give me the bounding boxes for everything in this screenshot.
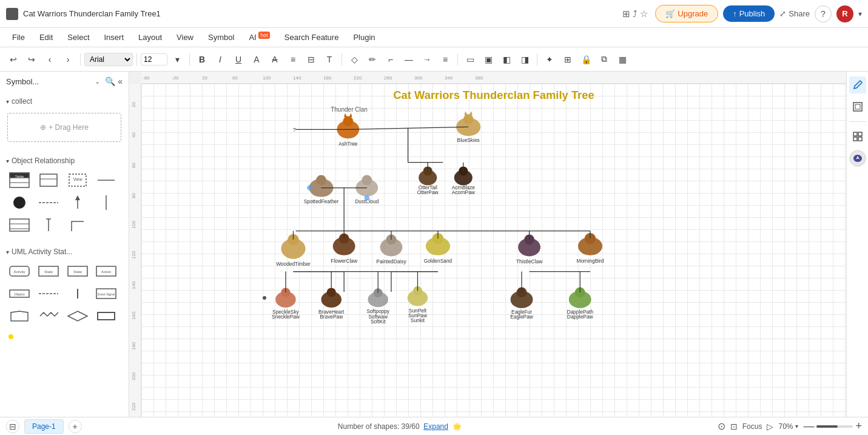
focus-button[interactable]: Focus xyxy=(742,422,762,431)
align-right-button[interactable]: ◨ xyxy=(516,51,533,68)
connector-button[interactable]: ⌐ xyxy=(382,51,399,68)
shape-long-line-v[interactable] xyxy=(94,192,118,213)
text-wrap-button[interactable]: ⊟ xyxy=(303,51,320,68)
shape-view[interactable]: View xyxy=(66,170,90,191)
star-icon[interactable]: ☆ xyxy=(640,8,648,19)
page-layout-toggle[interactable]: ⊟ xyxy=(6,420,19,433)
uml-rect-bordered[interactable] xyxy=(94,306,118,326)
panel-collapse-button[interactable]: « xyxy=(118,76,123,86)
menu-file[interactable]: File xyxy=(6,30,31,44)
menu-edit[interactable]: Edit xyxy=(33,30,59,44)
shape-dash-line[interactable] xyxy=(36,192,61,213)
right-icon-logo[interactable] xyxy=(849,150,866,167)
shape-entity[interactable] xyxy=(36,170,61,191)
entity-button[interactable]: ▭ xyxy=(462,51,479,68)
align-left-button[interactable]: ◧ xyxy=(498,51,515,68)
avatar[interactable]: R xyxy=(836,5,853,22)
back-button[interactable]: ‹ xyxy=(41,51,58,68)
table-button[interactable]: ⊞ xyxy=(559,51,576,68)
tb-dropdown-arrow[interactable]: ▾ xyxy=(169,51,186,68)
uml-activity-shape[interactable]: Activity xyxy=(7,261,32,282)
panel-header[interactable]: Symbol... ⌄ 🔍 « xyxy=(0,72,129,91)
menu-ai[interactable]: AI hot xyxy=(243,30,275,44)
account-dropdown-arrow[interactable]: ▾ xyxy=(858,10,862,18)
font-strike-button[interactable]: A xyxy=(266,51,283,68)
line-style-button[interactable]: — xyxy=(400,51,417,68)
shape-line-h[interactable] xyxy=(94,170,118,191)
uml-state2-shape[interactable]: State xyxy=(66,261,90,282)
menu-symbol[interactable]: Symbol xyxy=(202,30,240,44)
collect-header[interactable]: ▾ collect xyxy=(5,95,124,108)
layers-icon-bottom[interactable]: ⊙ xyxy=(718,420,725,432)
font-selector[interactable]: Arial xyxy=(84,53,133,66)
underline-button[interactable]: U xyxy=(230,51,247,68)
line-weight-button[interactable]: ≡ xyxy=(437,51,454,68)
menu-plugin[interactable]: Plugin xyxy=(347,30,381,44)
menu-select[interactable]: Select xyxy=(61,30,95,44)
share-button[interactable]: ⤢ Share xyxy=(779,9,810,18)
publish-button[interactable]: ↑ Publish xyxy=(723,5,775,22)
upgrade-button[interactable]: 🛒 Upgrade xyxy=(655,5,718,22)
canvas[interactable]: Cat Warriors Thunderclan Family Tree Thu… xyxy=(141,84,846,429)
brave-heart-node[interactable]: BraveHeart BravePaw xyxy=(318,288,345,320)
object-relationship-header[interactable]: ▾ Object Relationship xyxy=(5,154,124,167)
right-icon-grid[interactable] xyxy=(849,128,866,145)
zoom-dropdown-arrow[interactable]: ▾ xyxy=(795,423,798,430)
zoom-out-button[interactable]: — xyxy=(803,420,814,433)
uml-state-shape[interactable]: State xyxy=(36,261,61,282)
magic-button[interactable]: ✦ xyxy=(541,51,558,68)
drag-here-area[interactable]: ⊕ + Drag Here xyxy=(7,113,121,142)
layout2-button[interactable]: ▦ xyxy=(614,51,631,68)
text-format-button[interactable]: T xyxy=(321,51,338,68)
entity2-button[interactable]: ▣ xyxy=(480,51,497,68)
right-icon-layers[interactable] xyxy=(849,98,866,115)
font-color-button[interactable]: A xyxy=(248,51,265,68)
lock-button[interactable]: 🔒 xyxy=(577,51,594,68)
shape-table2[interactable] xyxy=(7,215,32,235)
shape-line-v[interactable] xyxy=(36,215,61,235)
page-tab[interactable]: Page-1 xyxy=(24,419,64,434)
uml-action-shape[interactable]: Action xyxy=(94,261,118,282)
shape-l-connector[interactable] xyxy=(66,215,90,235)
uml-activity-header[interactable]: ▾ UML Activity Stat... xyxy=(5,245,124,258)
arrow-style-button[interactable]: → xyxy=(419,51,436,68)
menu-search-feature[interactable]: Search Feature xyxy=(278,30,345,44)
uml-swimlane[interactable] xyxy=(7,306,32,326)
font-size-input[interactable] xyxy=(141,53,167,66)
uml-named-shape[interactable]: Event Signal xyxy=(94,283,118,304)
panel-search-button[interactable]: 🔍 xyxy=(105,76,115,86)
uml-diamond[interactable] xyxy=(66,306,90,326)
right-icon-pen[interactable] xyxy=(849,76,866,93)
align-center-button[interactable]: ≡ xyxy=(284,51,301,68)
shape-button[interactable]: ◇ xyxy=(346,51,363,68)
add-page-button[interactable]: + xyxy=(69,420,82,433)
export-icon[interactable]: ⤴ xyxy=(633,8,638,19)
speckle-sky-node[interactable]: SpeckleSky SnecklePaw xyxy=(272,288,300,320)
zoom-in-button[interactable]: + xyxy=(855,420,862,433)
play-button[interactable]: ▷ xyxy=(767,422,773,431)
shape-filled-circle[interactable] xyxy=(7,192,32,213)
menu-insert[interactable]: Insert xyxy=(98,30,130,44)
zoom-slider[interactable] xyxy=(816,425,853,428)
uml-fork-shape[interactable] xyxy=(66,283,90,304)
crop-icon-bottom[interactable]: ⊡ xyxy=(730,422,738,431)
uml-zigzag[interactable] xyxy=(36,306,61,326)
redo-button[interactable]: ↪ xyxy=(23,51,40,68)
undo-button[interactable]: ↩ xyxy=(5,51,22,68)
group-button[interactable]: ⧉ xyxy=(596,51,613,68)
shape-table[interactable]: Table xyxy=(7,170,32,191)
bold-button[interactable]: B xyxy=(193,51,210,68)
ash-tree-node[interactable]: AshTree xyxy=(337,113,359,147)
menu-view[interactable]: View xyxy=(170,30,200,44)
shape-arrow-up[interactable] xyxy=(66,192,90,213)
help-button[interactable]: ? xyxy=(815,5,832,22)
italic-button[interactable]: I xyxy=(212,51,229,68)
forward-button[interactable]: › xyxy=(59,51,76,68)
grid-icon[interactable]: ⊞ xyxy=(622,8,630,19)
uml-object-shape[interactable]: Object xyxy=(7,283,32,304)
uml-dash-line[interactable] xyxy=(36,283,61,304)
pen-button[interactable]: ✏ xyxy=(364,51,381,68)
sun-pelt-node[interactable]: SunPelt SunPaw Sunkit xyxy=(408,286,428,323)
softpoppy-node[interactable]: Softpoppy Softwaw SoftKit xyxy=(366,288,389,325)
panel-dropdown-icon[interactable]: ⌄ xyxy=(95,78,100,86)
